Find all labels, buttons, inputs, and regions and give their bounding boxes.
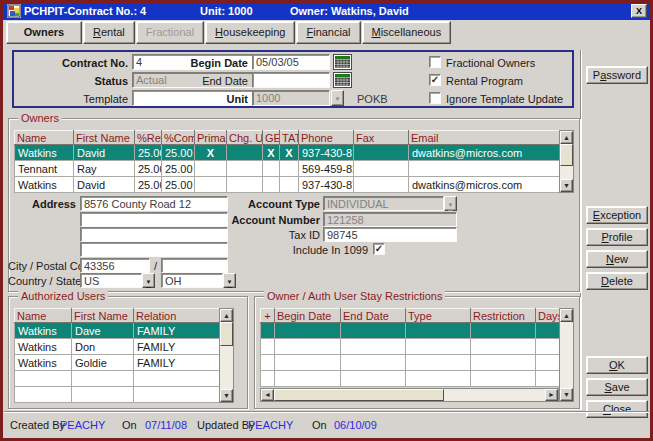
tab-miscellaneous-label: iscellaneous [381,26,442,38]
profile-button[interactable]: Profile [586,228,648,246]
begin-date-field[interactable]: 05/03/05 [252,54,330,70]
cell [15,387,72,403]
tab-miscellaneous[interactable]: Miscellaneous [362,21,452,44]
stay-restrictions-table: + Begin Date End Date Type Restriction D… [260,308,560,387]
table-row[interactable]: Tennant Ray 25.00 25.00 569-459-8213 [15,161,560,177]
close-button[interactable]: Close [586,400,648,418]
table-row[interactable] [261,355,560,371]
cell [354,161,409,177]
city-postal-separator: / [154,260,157,272]
ignore-template-update-label: Ignore Template Update [446,93,563,105]
password-button[interactable]: Password [586,66,648,84]
tab-rental[interactable]: Rental [83,21,135,44]
table-row[interactable] [261,339,560,355]
scrollbar-thumb[interactable] [274,389,444,401]
calendar-icon[interactable] [333,72,352,88]
cell [134,371,220,387]
restrictions-hscrollbar[interactable]: ◄ ► [260,388,559,402]
contract-no-label: Contract No. [20,57,128,69]
created-on-label: On [122,419,137,431]
cell: FAMILY [134,339,220,355]
end-date-field[interactable] [252,72,330,88]
cell [134,387,220,403]
scroll-down-icon[interactable]: ▼ [220,389,233,402]
cell: David [74,177,135,193]
save-button-label: S [604,381,611,393]
close-icon[interactable]: X [631,4,647,18]
table-row[interactable] [15,387,220,403]
delete-button[interactable]: Delete [586,272,648,290]
fractional-owners-checkbox[interactable] [429,56,441,68]
tab-miscellaneous-label: M [372,26,381,38]
column-header: Primary [195,131,227,145]
postal-field[interactable] [161,258,228,273]
scroll-left-icon[interactable]: ◄ [261,389,274,401]
tab-owners[interactable]: Owners [6,21,82,44]
state-field[interactable]: OH [161,273,223,288]
authorized-users-scrollbar[interactable]: ▲ ▼ [219,308,234,403]
save-button[interactable]: Save [586,378,648,396]
cell: dwatkins@micros.com [409,145,560,161]
scrollbar-thumb[interactable] [560,144,573,166]
cell [341,371,406,387]
scroll-down-icon[interactable]: ▼ [560,179,573,192]
cell: X [263,145,280,161]
updated-on-label: On [312,419,327,431]
table-row[interactable] [261,323,560,339]
scroll-right-icon[interactable]: ► [545,389,558,401]
cell [471,371,536,387]
scroll-up-icon[interactable]: ▲ [560,309,573,322]
country-list-button[interactable]: ▼ [142,273,155,288]
calendar-icon[interactable] [333,54,352,70]
state-list-button[interactable]: ▼ [223,273,236,288]
cell: X [195,145,227,161]
cell: 25.00 [135,145,162,161]
table-row[interactable] [261,371,560,387]
table-row[interactable]: Watkins Dave FAMILY [15,323,220,339]
tab-housekeeping-label: H [215,26,223,38]
save-button-label: ave [612,381,630,393]
column-header: Chg. Unit [227,131,263,145]
address-line4-field[interactable] [80,242,228,257]
unit-code-label: POKB [357,93,388,105]
restrictions-vscrollbar[interactable]: ▲ ▼ [559,308,574,402]
profile-button-label: P [601,231,608,243]
rental-program-checkbox[interactable]: ✓ [429,74,441,86]
ok-button[interactable]: OK [586,356,648,374]
cell [261,355,275,371]
ignore-template-update-checkbox[interactable] [429,92,441,104]
cell [536,323,560,339]
tab-financial[interactable]: Financial [296,21,360,44]
tab-housekeeping[interactable]: Housekeeping [205,21,295,44]
scroll-up-icon[interactable]: ▲ [220,309,233,322]
table-row[interactable]: Watkins Don FAMILY [15,339,220,355]
include-1099-checkbox[interactable]: ✓ [373,243,385,255]
scroll-up-icon[interactable]: ▲ [560,131,573,144]
exception-button[interactable]: Exception [586,206,648,224]
cell: David [74,145,135,161]
new-button[interactable]: New [586,250,648,268]
cell [536,371,560,387]
table-row[interactable]: Watkins David 25.00 25.00 X X X 937-430-… [15,145,560,161]
table-row[interactable] [15,371,220,387]
owners-scrollbar[interactable]: ▲ ▼ [559,130,574,193]
cell [409,161,560,177]
account-number-label: Account Number [205,214,320,226]
tab-rental-label: ental [101,26,125,38]
address-label: Address [8,198,76,210]
table-row[interactable]: Watkins Goldie FAMILY [15,355,220,371]
city-field[interactable]: 43356 [80,258,150,273]
include-1099-label: Include In 1099 [210,244,368,256]
scrollbar-thumb[interactable] [220,322,233,346]
cell: X [280,145,299,161]
tax-id-field[interactable]: 98745 [323,227,457,242]
country-field[interactable]: US [80,273,142,288]
table-row[interactable]: Watkins David 25.00 25.00 937-430-8741 d… [15,177,560,193]
contract-window: PCHPIT-Contract No.: 4 Unit: 1000 Owner:… [0,0,653,441]
cell: 937-430-8741 [299,177,354,193]
updated-by-label: Updated By [197,419,254,431]
account-type-list-button: ▼ [444,196,457,211]
scroll-down-icon[interactable]: ▼ [560,388,573,401]
cell: Watkins [15,339,72,355]
cell: Don [72,339,134,355]
